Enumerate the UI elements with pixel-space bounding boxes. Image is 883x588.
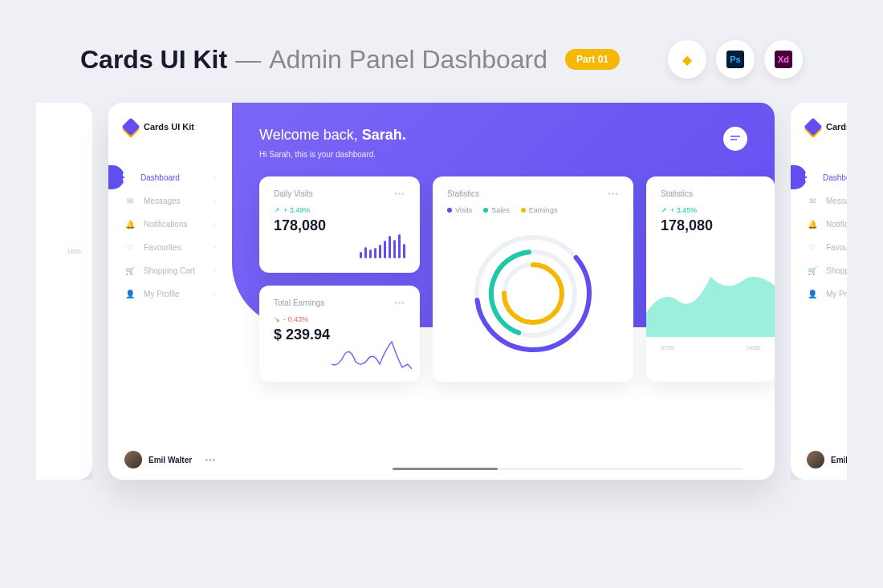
- daily-visits-card[interactable]: Daily Visits ••• ↗+ 3.49% 178,080: [259, 176, 420, 273]
- donut-chart: [447, 225, 619, 362]
- chevron-right-icon: ›: [214, 267, 216, 274]
- chart-legend: Visits Sales Earnings: [447, 206, 619, 214]
- title-separator: —: [235, 45, 261, 75]
- total-earnings-card[interactable]: Total Earnings ••• ↘- 0.43% $ 239.94: [259, 286, 420, 382]
- horizontal-scrollbar[interactable]: [393, 468, 743, 470]
- chevron-right-icon: ›: [214, 174, 216, 181]
- sidebar-item-notifications[interactable]: 🔔Notifications: [791, 213, 847, 236]
- peek-trend: ↗+ 3.45%: [36, 128, 81, 136]
- chevron-right-icon: ›: [214, 197, 216, 205]
- arrow-down-icon: ↘: [274, 315, 280, 323]
- user-profile-row[interactable]: Emil Walter •••: [108, 451, 232, 468]
- svg-rect-13: [810, 173, 813, 176]
- sidebar-item-my-profile[interactable]: 👤My Profile: [791, 282, 847, 306]
- page-title-bold: Cards UI Kit: [80, 45, 227, 75]
- sidebar-item-label: Messages: [144, 197, 181, 205]
- svg-rect-1: [128, 173, 131, 176]
- peek-card-title: tics: [36, 119, 81, 128]
- sidebar-item-shopping-cart[interactable]: 🛒Shopping Cart: [791, 259, 847, 282]
- sidebar-item-notifications[interactable]: 🔔 Notifications ›: [108, 213, 232, 236]
- sidebar-item-dashboard[interactable]: Dashboard ›: [108, 165, 232, 189]
- dashboard-window: Cards UI Kit Dashboard › ✉ Messages › 🔔: [108, 103, 775, 480]
- main-content: Welcome back, Sarah. Hi Sarah, this is y…: [232, 103, 775, 480]
- svg-rect-0: [123, 173, 126, 176]
- statistics-card[interactable]: Statistics ••• Visits Sales Earnings: [433, 176, 633, 382]
- page-title-light: Admin Panel Dashboard: [269, 45, 547, 75]
- chevron-right-icon: ›: [214, 221, 216, 228]
- logo-icon: [804, 118, 823, 136]
- svg-rect-12: [805, 173, 808, 176]
- svg-point-9: [479, 240, 586, 347]
- cart-icon: 🛒: [124, 266, 136, 275]
- sidebar-item-label: Favourites: [144, 243, 181, 252]
- more-icon[interactable]: •••: [205, 456, 216, 464]
- sidebar-item-label: Notifications: [144, 220, 187, 229]
- svg-rect-3: [128, 178, 131, 181]
- sidebar-item-my-profile[interactable]: 👤 My Profile ›: [108, 282, 232, 306]
- svg-rect-15: [810, 178, 813, 181]
- area-chart: [646, 249, 775, 337]
- preview-right-peek: Cards UI Kit Dashboard ✉Messages 🔔Notifi…: [791, 103, 847, 480]
- sidebar-item-label: My Profile: [144, 290, 179, 298]
- logo-text: Cards UI Kit: [144, 122, 194, 132]
- sidebar-item-label: Dashboard: [140, 173, 180, 182]
- sidebar: Cards UI Kit Dashboard › ✉ Messages › 🔔: [108, 103, 232, 480]
- sidebar-item-messages[interactable]: ✉Messages: [791, 189, 847, 213]
- chart-axis: 07/0314/03: [661, 345, 760, 351]
- sidebar-item-label: Shopping Cart: [144, 266, 195, 275]
- sidebar-item-dashboard[interactable]: Dashboard: [791, 165, 847, 189]
- card-title: Daily Visits: [274, 189, 313, 198]
- user-icon: 👤: [124, 290, 136, 298]
- menu-button[interactable]: [723, 127, 747, 151]
- sidebar-item-favourites[interactable]: ♡ Favourites ›: [108, 236, 232, 259]
- sidebar-item-messages[interactable]: ✉ Messages ›: [108, 189, 232, 213]
- sketch-icon: ◆: [668, 40, 706, 79]
- card-title: Statistics: [661, 189, 693, 198]
- xd-icon: Xd: [764, 40, 803, 79]
- more-icon[interactable]: •••: [608, 189, 619, 198]
- more-icon[interactable]: •••: [394, 189, 405, 198]
- statistics-trend-card[interactable]: Statistics ↗+ 3.45% 178,080 07/0314/03: [646, 176, 775, 382]
- dashboard-icon: [804, 172, 815, 182]
- sidebar-item-shopping-cart[interactable]: 🛒 Shopping Cart ›: [108, 259, 232, 282]
- svg-rect-2: [123, 178, 126, 181]
- bell-icon: 🔔: [124, 220, 136, 229]
- peek-value: 178,080: [36, 139, 81, 152]
- photoshop-icon: Ps: [716, 40, 755, 79]
- sparkline-chart: [332, 334, 412, 374]
- chevron-right-icon: ›: [214, 290, 216, 298]
- statistics-value: 178,080: [661, 217, 760, 234]
- welcome-title: Welcome back, Sarah.: [259, 127, 406, 144]
- trend-down: ↘- 0.43%: [274, 315, 405, 323]
- welcome-subtitle: Hi Sarah, this is your dashboard.: [259, 150, 406, 159]
- card-title: Statistics: [447, 189, 479, 198]
- trend-up: ↗+ 3.49%: [274, 206, 405, 214]
- logo-icon: [122, 118, 140, 136]
- user-name: Emil Walter: [149, 456, 192, 464]
- preview-left-peek: tics ↗+ 3.45% 178,080 07/0314/03: [36, 103, 92, 480]
- bar-chart: [360, 226, 405, 258]
- dashboard-icon: [121, 172, 132, 182]
- part-badge: Part 01: [565, 49, 620, 70]
- more-icon[interactable]: •••: [394, 298, 405, 307]
- messages-icon: ✉: [124, 197, 136, 205]
- sidebar-item-favourites[interactable]: ♡Favourites: [791, 236, 847, 259]
- chevron-right-icon: ›: [214, 244, 216, 251]
- card-title: Total Earnings: [274, 298, 324, 307]
- trend-up: ↗+ 3.45%: [661, 206, 760, 214]
- avatar: [124, 451, 142, 468]
- arrow-up-icon: ↗: [661, 206, 667, 214]
- svg-rect-14: [805, 178, 808, 181]
- logo-text: Cards UI Kit: [826, 122, 847, 132]
- svg-point-7: [465, 225, 601, 362]
- heart-icon: ♡: [124, 243, 136, 252]
- arrow-up-icon: ↗: [274, 206, 280, 214]
